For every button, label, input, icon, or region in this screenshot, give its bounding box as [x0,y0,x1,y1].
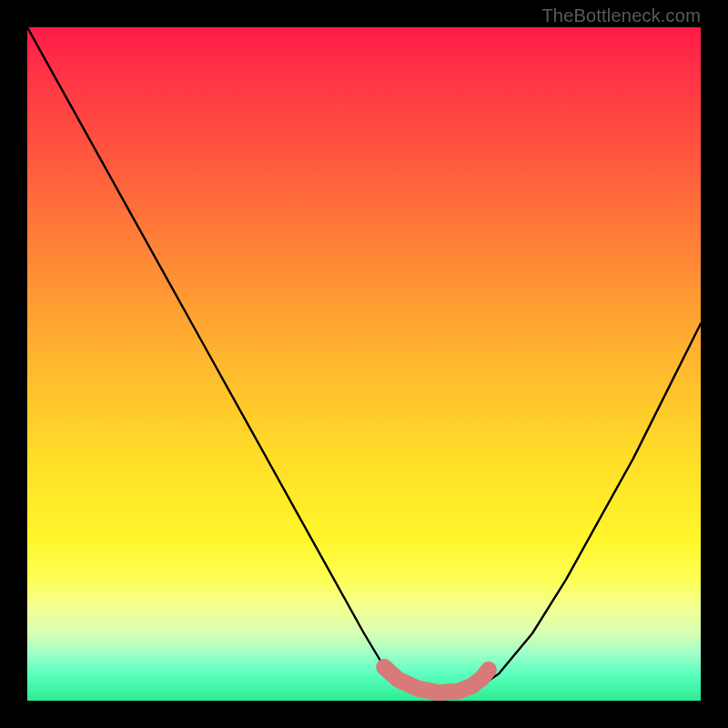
curve-layer [27,27,701,701]
attribution-text: TheBottleneck.com [541,5,701,26]
bottleneck-curve [27,27,701,694]
chart-frame: TheBottleneck.com [0,0,728,728]
plot-area [27,27,701,701]
optimal-band [384,667,489,693]
